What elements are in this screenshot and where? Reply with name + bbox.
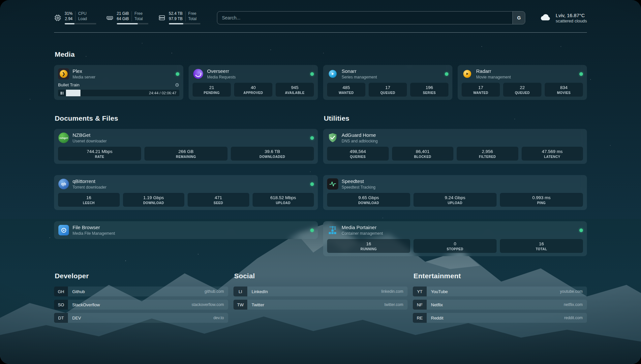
cpu-widget: 31% CPU 2.94 Load: [54, 11, 96, 24]
filebrowser-link[interactable]: File Browser Media File Management: [58, 225, 314, 236]
bookmark-url: stackoverflow.com: [192, 300, 228, 310]
stat-label: SERIES: [412, 91, 447, 95]
stat-value: 0: [415, 241, 495, 246]
stat-running: 16 RUNNING: [327, 239, 410, 253]
overseerr-link[interactable]: Overseerr Media Requests: [193, 68, 314, 79]
memory-total-label: Total: [132, 16, 148, 22]
section-documents-files: Documents & Files nzbget NZBGet Usenet d…: [54, 114, 318, 239]
cpu-usage-value: 31%: [65, 11, 75, 16]
cpu-progress-bar: [65, 23, 96, 24]
portainer-icon: [327, 225, 338, 236]
bookmark-name: Netflix: [427, 300, 447, 310]
playback-progress-bar[interactable]: 24:44 / 02:06:47: [58, 90, 179, 96]
weather-location: Lviv, 16.87°C: [556, 13, 587, 18]
weather-widget[interactable]: Lviv, 16.87°C scattered clouds: [540, 11, 587, 24]
bookmark-youtube[interactable]: YT YouTube youtube.com: [413, 287, 587, 296]
search-input[interactable]: [217, 12, 512, 24]
stat-label: RUNNING: [328, 247, 409, 251]
radarr-link[interactable]: Radarr Movie management: [462, 68, 583, 79]
bookmark-abbr: LI: [233, 287, 247, 296]
stat-value: 86,401: [393, 149, 452, 154]
stat-value: 16: [59, 195, 118, 200]
stat-downloaded: 39.6 TB DOWNLOADED: [231, 147, 314, 161]
stat-label: BLOCKED: [393, 155, 452, 159]
stat-value: 2,956: [458, 149, 517, 154]
memory-progress-bar: [117, 23, 148, 24]
stat-label: WANTED: [463, 91, 499, 95]
speedtest-link[interactable]: Speedtest Speedtest Tracking: [327, 178, 583, 190]
bookmark-name: Twitter: [247, 300, 268, 310]
stat-stopped: 0 STOPPED: [413, 239, 497, 253]
section-media: Media ❯ Plex Media server Bullet Train ⚙: [54, 50, 587, 100]
stat-value: 196: [412, 85, 447, 90]
stat-label: UPLOAD: [415, 201, 495, 205]
stat-value: 1.19 Gbps: [124, 195, 183, 200]
service-description: Series management: [342, 75, 377, 79]
bookmark-name: DEV: [68, 313, 85, 323]
search-provider-button[interactable]: G: [512, 12, 525, 24]
stat-total: 16 TOTAL: [500, 239, 583, 253]
bookmark-github[interactable]: GH Github github.com: [54, 287, 228, 296]
bookmark-linkedin[interactable]: LI LinkedIn linkedin.com: [233, 287, 408, 296]
bookmark-reddit[interactable]: RE Reddit reddit.com: [413, 313, 587, 323]
service-description: DNS and adblocking: [342, 139, 378, 143]
stat-value: 40: [235, 85, 271, 90]
stat-label: WANTED: [328, 91, 364, 95]
stat-queries: 498,564 QUERIES: [327, 147, 389, 161]
qbittorrent-link[interactable]: qb qBittorrent Torrent downloader: [58, 178, 314, 190]
settings-gear-icon[interactable]: ⚙: [175, 82, 179, 87]
bookmark-url: dev.to: [213, 313, 228, 323]
header-divider: [54, 32, 587, 33]
service-description: Media server: [73, 75, 95, 79]
stat-leech: 16 LEECH: [58, 193, 120, 207]
bookmark-url: netflix.com: [564, 300, 587, 310]
bookmark-group-entertainment: Entertainment YT YouTube youtube.com NF …: [413, 272, 587, 326]
bookmark-stackoverflow[interactable]: SO StackOverflow stackoverflow.com: [54, 300, 228, 310]
header-bar: 31% CPU 2.94 Load: [54, 0, 587, 24]
bookmark-twitter[interactable]: TW Twitter twitter.com: [233, 300, 408, 310]
disk-icon: [158, 14, 166, 21]
plex-icon: ❯: [58, 68, 69, 79]
service-card-sonarr: Sonarr Series management 485 WANTED 17 Q…: [323, 65, 452, 100]
stat-upload: 618.52 Mbps UPLOAD: [253, 193, 314, 207]
stat-label: RATE: [59, 155, 140, 159]
sonarr-link[interactable]: Sonarr Series management: [327, 68, 448, 79]
bookmark-abbr: SO: [54, 300, 68, 310]
stat-label: STOPPED: [415, 247, 495, 251]
bookmark-abbr: NF: [413, 300, 427, 310]
plex-link[interactable]: ❯ Plex Media server: [58, 68, 179, 79]
stat-remaining: 266 GB REMAINING: [144, 147, 228, 161]
memory-free-value: 21 GiB: [117, 11, 132, 16]
bookmark-netflix[interactable]: NF Netflix netflix.com: [413, 300, 587, 310]
stat-queued: 17 QUEUED: [369, 83, 407, 97]
stat-label: DOWNLOAD: [124, 201, 183, 205]
stat-label: PENDING: [194, 91, 229, 95]
stat-queued: 22 QUEUED: [503, 83, 541, 97]
bookmark-name: Github: [68, 287, 89, 296]
stat-label: QUEUED: [370, 91, 406, 95]
service-card-adguard: AdGuard Home DNS and adblocking 498,564 …: [323, 129, 587, 164]
service-card-speedtest: Speedtest Speedtest Tracking 9.65 Gbps D…: [323, 175, 587, 210]
stat-value: 17: [463, 85, 499, 90]
service-card-plex: ❯ Plex Media server Bullet Train ⚙: [54, 65, 183, 100]
stat-label: TOTAL: [501, 247, 582, 251]
pause-button[interactable]: [58, 90, 66, 96]
stat-value: 21: [194, 85, 229, 90]
stat-value: 9.65 Gbps: [328, 195, 409, 200]
status-indicator: [579, 228, 583, 232]
adguard-link[interactable]: AdGuard Home DNS and adblocking: [327, 132, 583, 143]
bookmark-group-social: Social LI LinkedIn linkedin.com TW Twitt…: [233, 272, 408, 326]
stat-label: FILTERED: [458, 155, 517, 159]
service-name: AdGuard Home: [342, 132, 378, 138]
stat-value: 471: [189, 195, 248, 200]
cpu-load-value: 2.94: [65, 16, 75, 22]
bookmark-dev[interactable]: DT DEV dev.to: [54, 313, 228, 323]
section-title-developer: Developer: [55, 272, 228, 280]
nzbget-link[interactable]: nzbget NZBGet Usenet downloader: [58, 132, 314, 143]
bookmark-url: linkedin.com: [381, 287, 408, 296]
disk-free-value: 52.4 TB: [169, 11, 185, 16]
search-bar: G: [217, 11, 525, 24]
portainer-link[interactable]: Media Portainer Container management: [327, 225, 583, 236]
bookmark-abbr: DT: [54, 313, 68, 323]
stat-seed: 471 SEED: [188, 193, 249, 207]
